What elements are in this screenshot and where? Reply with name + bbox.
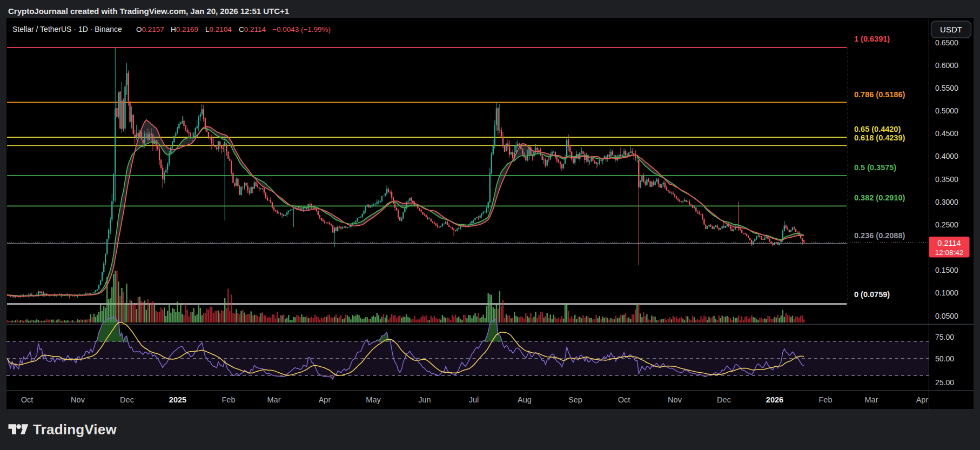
svg-text:0 (0.0759): 0 (0.0759) xyxy=(854,290,890,299)
svg-text:Mar: Mar xyxy=(865,395,878,404)
svg-text:Oct: Oct xyxy=(21,395,33,404)
svg-text:Nov: Nov xyxy=(71,395,85,404)
svg-text:0.382 (0.2910): 0.382 (0.2910) xyxy=(854,193,905,202)
svg-text:C0.2114: C0.2114 xyxy=(239,25,266,33)
svg-text:Sep: Sep xyxy=(568,395,582,404)
svg-text:0.5500: 0.5500 xyxy=(935,84,958,92)
svg-text:Nov: Nov xyxy=(668,395,682,404)
svg-text:Apr: Apr xyxy=(916,395,929,404)
svg-text:CryptoJournaal created with Tr: CryptoJournaal created with TradingView.… xyxy=(8,6,290,16)
svg-text:Jul: Jul xyxy=(469,395,479,404)
svg-text:50.00: 50.00 xyxy=(935,354,954,363)
svg-text:0.236 (0.2088): 0.236 (0.2088) xyxy=(854,231,905,240)
svg-text:Feb: Feb xyxy=(819,395,833,404)
svg-text:L0.2104: L0.2104 xyxy=(205,25,232,33)
svg-text:Apr: Apr xyxy=(319,395,331,404)
svg-text:0.4500: 0.4500 xyxy=(935,129,958,138)
svg-text:Aug: Aug xyxy=(518,395,532,404)
svg-text:0.3000: 0.3000 xyxy=(935,198,958,206)
svg-text:Dec: Dec xyxy=(717,395,731,404)
svg-text:1 (0.6391): 1 (0.6391) xyxy=(854,35,890,43)
svg-text:0.2114: 0.2114 xyxy=(937,239,961,247)
svg-text:0.0500: 0.0500 xyxy=(935,312,958,320)
svg-text:O0.2157: O0.2157 xyxy=(136,25,164,33)
svg-text:2025: 2025 xyxy=(169,395,186,404)
svg-text:May: May xyxy=(366,395,381,404)
svg-text:12:08:42: 12:08:42 xyxy=(935,248,964,257)
svg-text:0.6500: 0.6500 xyxy=(935,38,958,47)
svg-text:TradingView: TradingView xyxy=(33,421,117,438)
svg-text:0.3500: 0.3500 xyxy=(935,175,958,184)
svg-text:−0.0043 (−1.99%): −0.0043 (−1.99%) xyxy=(272,25,331,33)
svg-text:Oct: Oct xyxy=(618,395,630,404)
svg-text:USDT: USDT xyxy=(940,25,962,34)
svg-text:0.4000: 0.4000 xyxy=(935,152,958,160)
svg-text:Feb: Feb xyxy=(222,395,236,404)
svg-text:0.65 (0.4420): 0.65 (0.4420) xyxy=(854,125,901,133)
svg-text:0.1500: 0.1500 xyxy=(935,266,958,274)
svg-text:0.786 (0.5186): 0.786 (0.5186) xyxy=(854,90,905,99)
svg-text:2026: 2026 xyxy=(766,395,783,404)
svg-text:H0.2169: H0.2169 xyxy=(171,25,198,33)
svg-text:0.6000: 0.6000 xyxy=(935,61,958,70)
svg-text:0.5000: 0.5000 xyxy=(935,106,958,115)
svg-text:Jun: Jun xyxy=(418,395,431,404)
svg-text:25.00: 25.00 xyxy=(935,378,954,387)
svg-text:0.618 (0.4239): 0.618 (0.4239) xyxy=(854,133,905,142)
svg-text:Dec: Dec xyxy=(120,395,134,404)
svg-text:75.00: 75.00 xyxy=(935,333,954,341)
svg-text:0.2500: 0.2500 xyxy=(935,220,958,229)
svg-text:Stellar / TetherUS · 1D · Bina: Stellar / TetherUS · 1D · Binance xyxy=(12,25,122,33)
svg-text:0.5 (0.3575): 0.5 (0.3575) xyxy=(854,163,896,172)
svg-text:0.1000: 0.1000 xyxy=(935,288,958,297)
svg-text:Mar: Mar xyxy=(267,395,281,404)
